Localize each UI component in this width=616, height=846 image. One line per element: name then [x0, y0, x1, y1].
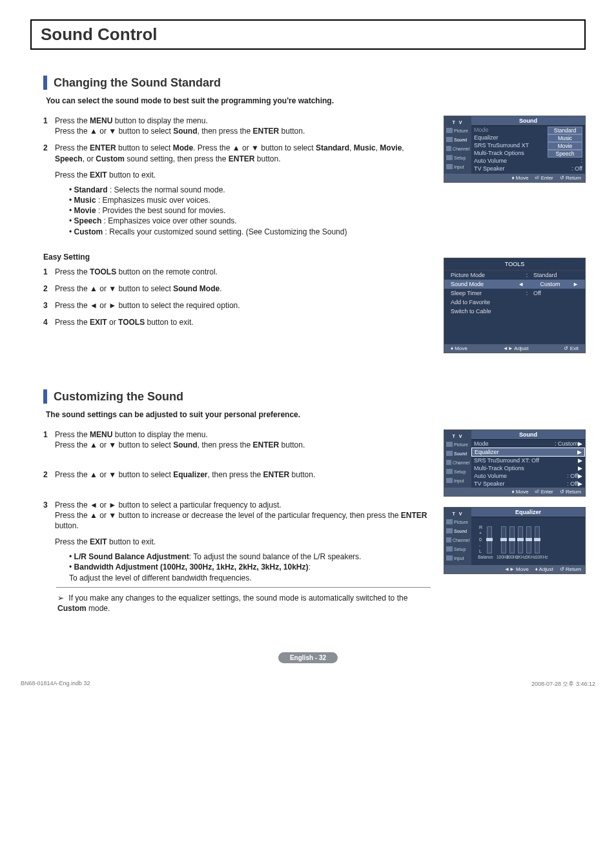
- chapter-title-box: Sound Control: [30, 19, 586, 50]
- sound-icon: [446, 528, 453, 533]
- channel-icon: [446, 460, 451, 465]
- doc-meta: BN68-01814A-Eng.indb 32 2008-07-28 오후 3:…: [1, 676, 615, 701]
- picture-icon: [446, 519, 453, 524]
- exit-line: Press the EXIT button to exit.: [55, 170, 431, 180]
- note: ➢ If you make any changes to the equaliz…: [57, 593, 431, 614]
- channel-icon: [446, 537, 451, 542]
- picture-icon: [446, 128, 453, 133]
- section1-desc: You can select the sound mode to best su…: [46, 96, 586, 105]
- osd-sound-menu-panel: T V Picture Sound Channel Setup Input So…: [444, 429, 586, 497]
- osd-footer: ♦ Move ⏎ Enter ↺ Return: [444, 174, 585, 182]
- setup-icon: [446, 546, 453, 552]
- section-accent-bar: [43, 76, 47, 90]
- adjust-bullets: L/R Sound Balance Adjustment: To adjust …: [61, 552, 431, 583]
- chapter-title: Sound Control: [41, 25, 158, 44]
- input-icon: [446, 478, 453, 483]
- exit-line: Press the EXIT button to exit.: [55, 537, 431, 546]
- eq-slider[interactable]: [526, 526, 531, 553]
- eq-slider[interactable]: [487, 526, 492, 553]
- eq-slider[interactable]: [509, 526, 515, 553]
- input-icon: [446, 164, 453, 169]
- section2-desc: The sound settings can be adjusted to su…: [46, 410, 586, 419]
- channel-icon: [446, 146, 451, 151]
- sound-icon: [446, 451, 453, 456]
- section1-title: Changing the Sound Standard: [54, 76, 221, 90]
- setup-icon: [446, 469, 453, 474]
- eq-slider[interactable]: [535, 526, 540, 553]
- eq-slider[interactable]: [501, 526, 506, 553]
- osd-sound-mode-panel: T V Picture Sound Channel Setup Input So…: [444, 116, 586, 183]
- osd-title: Sound: [471, 116, 585, 126]
- step-text: Press the ENTER button to select Mode. P…: [55, 143, 431, 163]
- section2-title: Customizing the Sound: [54, 390, 183, 404]
- sound-icon: [446, 137, 453, 142]
- sound-mode-bullets: Standard : Selects the normal sound mode…: [61, 185, 431, 237]
- page-number-footer: English - 32: [30, 652, 586, 663]
- easy-steps: 1Press the TOOLS button on the remote co…: [43, 267, 431, 328]
- tools-panel: TOOLS Picture Mode:Standard Sound Mode◄C…: [444, 258, 586, 353]
- input-icon: [446, 555, 453, 561]
- section1-head: Changing the Sound Standard: [43, 76, 586, 90]
- eq-slider[interactable]: [518, 526, 523, 553]
- note-arrow-icon: ➢: [57, 593, 64, 603]
- picture-icon: [446, 442, 453, 447]
- section1-steps: 1 Press the MENU button to display the m…: [43, 116, 431, 164]
- setup-icon: [446, 155, 453, 160]
- section2-head: Customizing the Sound: [43, 389, 586, 404]
- section2-steps: 1Press the MENU button to display the me…: [43, 429, 431, 531]
- easy-setting-head: Easy Setting: [43, 253, 431, 262]
- section-accent-bar: [43, 389, 47, 404]
- osd-equalizer-panel: T V Picture Sound Channel Setup Input Eq…: [444, 507, 586, 574]
- chevron-right-icon: ▶: [578, 440, 582, 447]
- tools-sound-mode-row[interactable]: Sound Mode◄Custom►: [444, 280, 585, 289]
- step-text: Press the MENU button to display the men…: [55, 116, 431, 136]
